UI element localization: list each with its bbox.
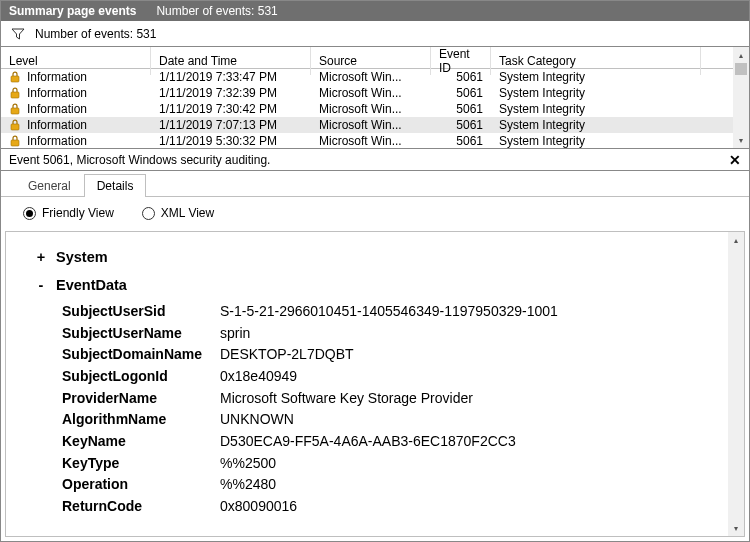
radio-xml-view[interactable]: XML View <box>142 206 214 220</box>
svg-rect-3 <box>11 124 19 130</box>
cell-level: Information <box>27 118 87 132</box>
field-value: %%2480 <box>220 474 276 496</box>
svg-rect-1 <box>11 92 19 98</box>
cell-source: Microsoft Win... <box>311 70 431 84</box>
eventdata-field: AlgorithmNameUNKNOWN <box>62 409 732 431</box>
field-key: SubjectDomainName <box>62 344 212 366</box>
filter-icon[interactable] <box>11 27 25 41</box>
scroll-down-icon[interactable]: ▾ <box>728 520 744 536</box>
detail-body: + System - EventData SubjectUserSidS-1-5… <box>5 231 745 537</box>
cell-level: Information <box>27 102 87 116</box>
cell-eventid: 5061 <box>431 102 491 116</box>
filter-text: Number of events: 531 <box>35 27 156 41</box>
cell-eventid: 5061 <box>431 86 491 100</box>
cell-level: Information <box>27 134 87 148</box>
eventdata-fields: SubjectUserSidS-1-5-21-2966010451-140554… <box>62 301 732 518</box>
detail-tree[interactable]: + System - EventData SubjectUserSidS-1-5… <box>6 232 744 536</box>
cell-taskcategory: System Integrity <box>491 70 701 84</box>
cell-level: Information <box>27 86 87 100</box>
cell-eventid: 5061 <box>431 70 491 84</box>
detail-title: Event 5061, Microsoft Windows security a… <box>9 153 270 167</box>
cell-taskcategory: System Integrity <box>491 102 701 116</box>
table-row[interactable]: Information1/11/2019 7:32:39 PMMicrosoft… <box>1 85 749 101</box>
cell-datetime: 1/11/2019 7:33:47 PM <box>151 70 311 84</box>
field-key: SubjectUserSid <box>62 301 212 323</box>
table-row[interactable]: Information1/11/2019 7:33:47 PMMicrosoft… <box>1 69 749 85</box>
event-list: Level Date and Time Source Event ID Task… <box>1 47 749 149</box>
cell-taskcategory: System Integrity <box>491 86 701 100</box>
tree-label-eventdata: EventData <box>56 274 127 296</box>
field-key: KeyName <box>62 431 212 453</box>
svg-rect-4 <box>11 140 19 146</box>
field-value: sprin <box>220 323 250 345</box>
lock-icon <box>9 103 21 115</box>
summary-header: Summary page events Number of events: 53… <box>1 1 749 21</box>
cell-datetime: 1/11/2019 5:30:32 PM <box>151 134 311 148</box>
scroll-down-icon[interactable]: ▾ <box>733 132 749 148</box>
summary-count: Number of events: 531 <box>156 4 277 18</box>
lock-icon <box>9 119 21 131</box>
event-list-scrollbar[interactable]: ▴ ▾ <box>733 47 749 148</box>
field-value: S-1-5-21-2966010451-1405546349-119795032… <box>220 301 558 323</box>
eventdata-field: KeyType%%2500 <box>62 453 732 475</box>
table-row[interactable]: Information1/11/2019 7:07:13 PMMicrosoft… <box>1 117 749 133</box>
eventdata-field: SubjectUserSidS-1-5-21-2966010451-140554… <box>62 301 732 323</box>
scroll-thumb[interactable] <box>735 63 747 75</box>
eventdata-field: ProviderNameMicrosoft Software Key Stora… <box>62 388 732 410</box>
table-row[interactable]: Information1/11/2019 7:30:42 PMMicrosoft… <box>1 101 749 117</box>
cell-datetime: 1/11/2019 7:07:13 PM <box>151 118 311 132</box>
cell-level: Information <box>27 70 87 84</box>
cell-datetime: 1/11/2019 7:32:39 PM <box>151 86 311 100</box>
field-value: 0x18e40949 <box>220 366 297 388</box>
eventdata-field: KeyNameD530ECA9-FF5A-4A6A-AAB3-6EC1870F2… <box>62 431 732 453</box>
cell-source: Microsoft Win... <box>311 118 431 132</box>
field-value: DESKTOP-2L7DQBT <box>220 344 354 366</box>
event-list-body[interactable]: Information1/11/2019 7:33:47 PMMicrosoft… <box>1 69 749 149</box>
event-viewer-window: Summary page events Number of events: 53… <box>0 0 750 542</box>
eventdata-field: SubjectLogonId0x18e40949 <box>62 366 732 388</box>
close-icon[interactable]: ✕ <box>729 152 741 168</box>
field-key: ProviderName <box>62 388 212 410</box>
svg-rect-0 <box>11 76 19 82</box>
filter-bar: Number of events: 531 <box>1 21 749 47</box>
expand-icon[interactable]: + <box>36 246 46 268</box>
tab-details[interactable]: Details <box>84 174 147 197</box>
cell-eventid: 5061 <box>431 134 491 148</box>
radio-unchecked-icon <box>142 207 155 220</box>
field-key: Operation <box>62 474 212 496</box>
lock-icon <box>9 71 21 83</box>
scroll-up-icon[interactable]: ▴ <box>728 232 744 248</box>
cell-datetime: 1/11/2019 7:30:42 PM <box>151 102 311 116</box>
radio-xml-label: XML View <box>161 206 214 220</box>
detail-header: Event 5061, Microsoft Windows security a… <box>1 149 749 171</box>
tab-general[interactable]: General <box>15 174 84 197</box>
cell-taskcategory: System Integrity <box>491 118 701 132</box>
lock-icon <box>9 87 21 99</box>
table-row[interactable]: Information1/11/2019 5:30:32 PMMicrosoft… <box>1 133 749 149</box>
field-value: 0x80090016 <box>220 496 297 518</box>
field-value: %%2500 <box>220 453 276 475</box>
event-list-header: Level Date and Time Source Event ID Task… <box>1 47 749 69</box>
lock-icon <box>9 135 21 147</box>
summary-title: Summary page events <box>9 4 136 18</box>
scroll-up-icon[interactable]: ▴ <box>733 47 749 63</box>
detail-tabs: General Details <box>1 171 749 197</box>
cell-source: Microsoft Win... <box>311 86 431 100</box>
field-key: KeyType <box>62 453 212 475</box>
field-key: ReturnCode <box>62 496 212 518</box>
cell-eventid: 5061 <box>431 118 491 132</box>
cell-source: Microsoft Win... <box>311 134 431 148</box>
eventdata-field: SubjectUserNamesprin <box>62 323 732 345</box>
field-value: Microsoft Software Key Storage Provider <box>220 388 473 410</box>
collapse-icon[interactable]: - <box>36 274 46 296</box>
radio-friendly-label: Friendly View <box>42 206 114 220</box>
eventdata-field: ReturnCode0x80090016 <box>62 496 732 518</box>
radio-friendly-view[interactable]: Friendly View <box>23 206 114 220</box>
tree-node-eventdata[interactable]: - EventData SubjectUserSidS-1-5-21-29660… <box>36 274 732 517</box>
view-radio-group: Friendly View XML View <box>1 197 749 229</box>
detail-scrollbar[interactable]: ▴ ▾ <box>728 232 744 536</box>
field-key: SubjectLogonId <box>62 366 212 388</box>
radio-checked-icon <box>23 207 36 220</box>
field-key: AlgorithmName <box>62 409 212 431</box>
tree-node-system[interactable]: + System <box>36 246 732 268</box>
